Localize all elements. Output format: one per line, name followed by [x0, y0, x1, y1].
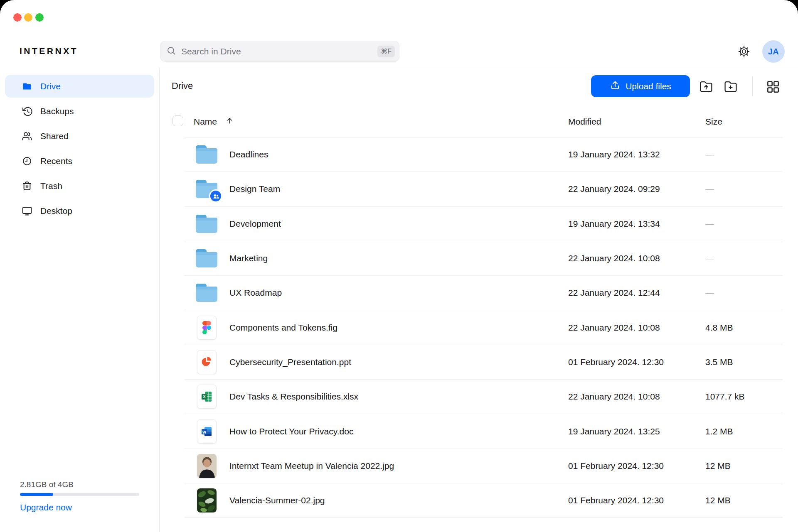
- row-icon: X: [194, 385, 219, 409]
- row-modified: 01 February 2024. 12:30: [568, 495, 664, 505]
- excel-file-icon: X: [197, 385, 217, 409]
- column-header-size[interactable]: Size: [705, 117, 722, 127]
- sidebar-item-label: Trash: [40, 181, 62, 191]
- svg-text:w: w: [202, 429, 206, 434]
- file-row[interactable]: wHow to Protect Your Privacy.doc19 Janua…: [185, 414, 783, 449]
- trash-icon: [22, 181, 32, 191]
- row-name: Internxt Team Meetup in Valencia 2022.jp…: [229, 461, 394, 471]
- folder-icon: [195, 283, 219, 303]
- row-modified: 22 January 2024. 10:08: [568, 323, 660, 333]
- sidebar-item-recents[interactable]: Recents: [5, 150, 154, 172]
- row-icon: [194, 454, 219, 478]
- row-size: 3.5 MB: [705, 357, 733, 367]
- photo-thumbnail-leaves: [197, 488, 217, 512]
- file-list: Deadlines19 January 2024. 13:32—Design T…: [185, 137, 783, 518]
- row-size: 1077.7 kB: [705, 392, 745, 402]
- row-modified: 22 January 2024. 10:08: [568, 253, 660, 263]
- zoom-window-button[interactable]: [35, 13, 44, 22]
- folder-icon: [195, 145, 219, 164]
- upload-folder-button[interactable]: [699, 80, 713, 94]
- column-header-modified[interactable]: Modified: [568, 117, 601, 127]
- row-name: Valencia-Summer-02.jpg: [229, 495, 325, 505]
- folder-row[interactable]: Deadlines19 January 2024. 13:32—: [185, 137, 783, 172]
- sidebar-item-label: Backups: [40, 106, 74, 116]
- sidebar-item-label: Shared: [40, 131, 69, 141]
- figma-file-icon: [197, 316, 217, 340]
- page-title: Drive: [172, 81, 193, 91]
- folder-upload-icon: [699, 80, 713, 93]
- upgrade-now-link[interactable]: Upgrade now: [20, 503, 72, 512]
- photo-thumbnail-portrait: [197, 454, 217, 478]
- folder-row[interactable]: Development19 January 2024. 13:34—: [185, 207, 783, 241]
- row-size: —: [705, 288, 714, 298]
- row-name: Cybersecurity_Presentation.ppt: [229, 357, 351, 367]
- row-icon: [194, 350, 219, 374]
- row-size: 1.2 MB: [705, 427, 733, 436]
- select-all-checkbox[interactable]: [172, 115, 183, 126]
- row-name: Dev Tasks & Responsibilities.xlsx: [229, 392, 358, 402]
- storage-usage-label: 2.81GB of 4GB: [20, 480, 74, 489]
- svg-text:X: X: [203, 394, 206, 399]
- settings-button[interactable]: [737, 45, 751, 58]
- column-header-name[interactable]: Name: [194, 117, 217, 127]
- row-modified: 01 February 2024. 12:30: [568, 461, 664, 471]
- upload-icon: [610, 80, 621, 93]
- row-icon: [194, 145, 219, 164]
- minimize-window-button[interactable]: [24, 13, 32, 22]
- folder-row[interactable]: Design Team22 January 2024. 09:29—: [185, 172, 783, 206]
- file-row[interactable]: Valencia-Summer-02.jpg01 February 2024. …: [185, 483, 783, 518]
- search-input[interactable]: [181, 47, 377, 56]
- row-name: Design Team: [229, 184, 280, 194]
- folder-icon: [22, 81, 32, 92]
- sidebar-item-drive[interactable]: Drive: [5, 75, 154, 98]
- close-window-button[interactable]: [13, 13, 22, 22]
- row-icon: [194, 488, 219, 512]
- sidebar-divider: [159, 68, 160, 532]
- sidebar-item-label: Recents: [40, 156, 72, 166]
- row-name: Marketing: [229, 253, 268, 263]
- row-modified: 22 January 2024. 09:29: [568, 184, 660, 194]
- sidebar-item-label: Drive: [40, 81, 61, 91]
- row-name: Deadlines: [229, 150, 268, 159]
- shared-badge-icon: [209, 189, 222, 203]
- row-icon: [194, 179, 219, 199]
- row-size: —: [705, 253, 714, 263]
- users-icon: [22, 131, 32, 142]
- row-modified: 01 February 2024. 12:30: [568, 357, 664, 367]
- file-row[interactable]: Internxt Team Meetup in Valencia 2022.jp…: [185, 449, 783, 483]
- upload-files-button[interactable]: Upload files: [591, 75, 690, 97]
- row-name: UX Roadmap: [229, 288, 282, 298]
- search-icon: [166, 46, 176, 57]
- sidebar-item-backups[interactable]: Backups: [5, 100, 154, 123]
- search-bar[interactable]: ⌘F: [160, 41, 399, 62]
- desktop-icon: [22, 206, 32, 216]
- sidebar-item-shared[interactable]: Shared: [5, 125, 154, 147]
- header-divider: [159, 68, 798, 68]
- sort-ascending-icon[interactable]: [225, 116, 234, 127]
- file-row[interactable]: XDev Tasks & Responsibilities.xlsx22 Jan…: [185, 380, 783, 414]
- new-folder-button[interactable]: [724, 80, 738, 94]
- storage-progress-fill: [20, 493, 53, 496]
- row-name: How to Protect Your Privacy.doc: [229, 427, 353, 436]
- sidebar-item-label: Desktop: [40, 206, 72, 216]
- folder-row[interactable]: Marketing22 January 2024. 10:08—: [185, 241, 783, 276]
- app-window: INTERNXT ⌘F JA Drive: [0, 0, 798, 532]
- row-icon: w: [194, 419, 219, 444]
- user-avatar[interactable]: JA: [762, 40, 785, 63]
- row-name: Development: [229, 219, 281, 229]
- grid-view-button[interactable]: [767, 81, 779, 94]
- file-row[interactable]: Cybersecurity_Presentation.ppt01 Februar…: [185, 345, 783, 380]
- folder-icon: [195, 248, 219, 268]
- sidebar-item-trash[interactable]: Trash: [5, 174, 154, 197]
- upload-files-label: Upload files: [626, 81, 671, 91]
- powerpoint-file-icon: [197, 350, 217, 374]
- file-row[interactable]: Components and Tokens.fig22 January 2024…: [185, 310, 783, 345]
- gear-icon: [737, 45, 751, 58]
- folder-row[interactable]: UX Roadmap22 January 2024. 12:44—: [185, 276, 783, 310]
- storage-progress-bar: [20, 493, 139, 496]
- row-icon: [194, 283, 219, 303]
- shared-folder-icon: [195, 179, 219, 199]
- sidebar-item-desktop[interactable]: Desktop: [5, 199, 154, 222]
- row-name: Components and Tokens.fig: [229, 323, 337, 333]
- row-size: 12 MB: [705, 461, 731, 471]
